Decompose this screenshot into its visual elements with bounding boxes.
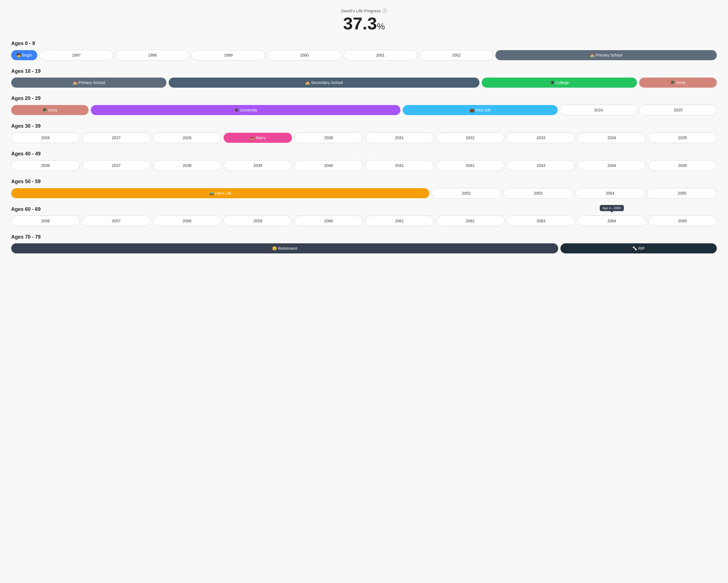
pill-wrapper-3-0-9: 2035 (648, 133, 717, 143)
pill-wrapper-3-0-1: 2027 (82, 133, 151, 143)
pill-6-0-2[interactable]: 2058 (153, 216, 222, 226)
pill-wrapper-5-0-2: 2053 (503, 188, 573, 198)
pill-wrapper-4-0-2: 2038 (153, 160, 222, 171)
pill-wrapper-3-0-5: 2031 (365, 133, 434, 143)
pill-0-0-7[interactable]: 🏫 Primary School (495, 50, 717, 60)
pill-5-0-0[interactable]: 🚜 Farm Life (11, 188, 429, 198)
pill-wrapper-3-0-7: 2033 (506, 133, 575, 143)
pill-wrapper-4-0-7: 2043 (506, 160, 575, 171)
pill-3-0-3[interactable]: 💑 Marry (224, 133, 292, 143)
row-1-0: 🏫 Primary School🏫 Secondary School🎓 Coll… (11, 78, 717, 88)
pill-5-0-1[interactable]: 2052 (432, 188, 501, 198)
pill-0-0-4[interactable]: 2000 (267, 50, 341, 60)
pill-wrapper-7-0-1: 🦴 RIP (561, 243, 717, 253)
pill-wrapper-6-0-4: 2060 (294, 216, 363, 226)
pill-2-0-0[interactable]: 🪖 Army (11, 105, 88, 115)
pill-2-0-2[interactable]: 💼 First Job (403, 105, 557, 115)
age-section-1: Ages 10 - 19🏫 Primary School🏫 Secondary … (11, 68, 717, 88)
pill-4-0-8[interactable]: 2044 (577, 160, 646, 171)
pill-wrapper-5-0-1: 2052 (432, 188, 501, 198)
pill-3-0-8[interactable]: 2034 (577, 133, 646, 143)
pill-wrapper-6-0-8: Age 4 – 20002064 (577, 216, 646, 226)
row-4-0: 2036203720382039204020412042204320442045 (11, 160, 717, 171)
pill-3-0-9[interactable]: 2035 (648, 133, 717, 143)
pill-1-0-3[interactable]: 🪖 Army (639, 78, 717, 88)
pill-1-0-0[interactable]: 🏫 Primary School (11, 78, 166, 88)
pill-wrapper-3-0-8: 2034 (577, 133, 646, 143)
pill-wrapper-4-0-0: 2036 (11, 160, 80, 171)
pill-2-0-3[interactable]: 2024 (560, 105, 637, 115)
pill-wrapper-6-0-7: 2063 (506, 216, 575, 226)
pill-0-0-1[interactable]: 1997 (40, 50, 113, 60)
pill-5-0-3[interactable]: 2054 (575, 188, 645, 198)
pill-0-0-3[interactable]: 1999 (191, 50, 265, 60)
pill-6-0-6[interactable]: 2062 (436, 216, 505, 226)
pill-wrapper-2-0-3: 2024 (560, 105, 637, 115)
pill-5-0-4[interactable]: 2055 (647, 188, 717, 198)
pill-6-0-7[interactable]: 2063 (506, 216, 575, 226)
pill-wrapper-0-0-6: 2002 (419, 50, 493, 60)
pill-5-0-2[interactable]: 2053 (503, 188, 573, 198)
pill-3-0-7[interactable]: 2033 (506, 133, 575, 143)
pill-wrapper-4-0-5: 2041 (365, 160, 434, 171)
pill-6-0-1[interactable]: 2057 (82, 216, 151, 226)
pill-4-0-0[interactable]: 2036 (11, 160, 80, 171)
pill-wrapper-0-0-3: 1999 (191, 50, 265, 60)
pill-3-0-6[interactable]: 2032 (436, 133, 505, 143)
pill-4-0-1[interactable]: 2037 (82, 160, 151, 171)
pill-6-0-3[interactable]: 2059 (224, 216, 292, 226)
pill-3-0-5[interactable]: 2031 (365, 133, 434, 143)
pill-6-0-9[interactable]: 2065 (648, 216, 717, 226)
pill-wrapper-0-0-0: 🧒 Begin (11, 50, 37, 60)
pill-4-0-5[interactable]: 2041 (365, 160, 434, 171)
pill-7-0-0[interactable]: 😴 Retirement (11, 243, 558, 253)
pill-wrapper-2-0-2: 💼 First Job (403, 105, 557, 115)
age-section-4: Ages 40 - 492036203720382039204020412042… (11, 151, 717, 171)
pill-3-0-2[interactable]: 2028 (153, 133, 222, 143)
pill-wrapper-5-0-3: 2054 (575, 188, 645, 198)
pill-3-0-4[interactable]: 2030 (294, 133, 363, 143)
pill-4-0-7[interactable]: 2043 (506, 160, 575, 171)
pill-wrapper-1-0-0: 🏫 Primary School (11, 78, 166, 88)
pill-0-0-6[interactable]: 2002 (419, 50, 493, 60)
title-text: David's Life Progress (341, 8, 381, 13)
percentage-value: 37.3 (343, 14, 377, 33)
pill-wrapper-6-0-2: 2058 (153, 216, 222, 226)
row-6-0: 20562057205820592060206120622063Age 4 – … (11, 216, 717, 226)
pill-7-0-1[interactable]: 🦴 RIP (561, 243, 717, 253)
pill-wrapper-3-0-4: 2030 (294, 133, 363, 143)
pill-wrapper-0-0-5: 2001 (343, 50, 417, 60)
pill-wrapper-5-0-4: 2055 (647, 188, 717, 198)
age-label-4: Ages 40 - 49 (11, 151, 717, 157)
pill-4-0-2[interactable]: 2038 (153, 160, 222, 171)
info-icon[interactable]: ℹ (383, 9, 387, 13)
pill-3-0-1[interactable]: 2027 (82, 133, 151, 143)
pill-6-0-4[interactable]: 2060 (294, 216, 363, 226)
pill-1-0-2[interactable]: 🎓 College (482, 78, 637, 88)
pill-4-0-9[interactable]: 2045 (648, 160, 717, 171)
pill-6-0-5[interactable]: 2061 (365, 216, 434, 226)
pill-wrapper-5-0-0: 🚜 Farm Life (11, 188, 429, 198)
age-section-2: Ages 20 - 29🪖 Army🎓 University💼 First Jo… (11, 95, 717, 115)
pill-4-0-3[interactable]: 2039 (224, 160, 292, 171)
pill-wrapper-6-0-9: 2065 (648, 216, 717, 226)
pill-2-0-4[interactable]: 2025 (640, 105, 717, 115)
age-label-7: Ages 70 - 79 (11, 234, 717, 240)
age-section-5: Ages 50 - 59🚜 Farm Life2052205320542055 (11, 179, 717, 198)
pill-wrapper-6-0-6: 2062 (436, 216, 505, 226)
row-2-0: 🪖 Army🎓 University💼 First Job20242025 (11, 105, 717, 115)
pill-wrapper-4-0-8: 2044 (577, 160, 646, 171)
pill-1-0-1[interactable]: 🏫 Secondary School (169, 78, 479, 88)
pill-6-0-0[interactable]: 2056 (11, 216, 80, 226)
pill-6-0-8[interactable]: 2064 (577, 216, 646, 226)
pill-0-0-0[interactable]: 🧒 Begin (11, 50, 37, 60)
pill-0-0-2[interactable]: 1998 (115, 50, 189, 60)
pill-4-0-6[interactable]: 2042 (436, 160, 505, 171)
pill-3-0-0[interactable]: 2026 (11, 133, 80, 143)
pill-wrapper-6-0-0: 2056 (11, 216, 80, 226)
pill-wrapper-3-0-3: 💑 Marry (224, 133, 292, 143)
pill-0-0-5[interactable]: 2001 (343, 50, 417, 60)
pill-4-0-4[interactable]: 2040 (294, 160, 363, 171)
percentage-symbol: % (377, 21, 385, 31)
pill-2-0-1[interactable]: 🎓 University (91, 105, 400, 115)
